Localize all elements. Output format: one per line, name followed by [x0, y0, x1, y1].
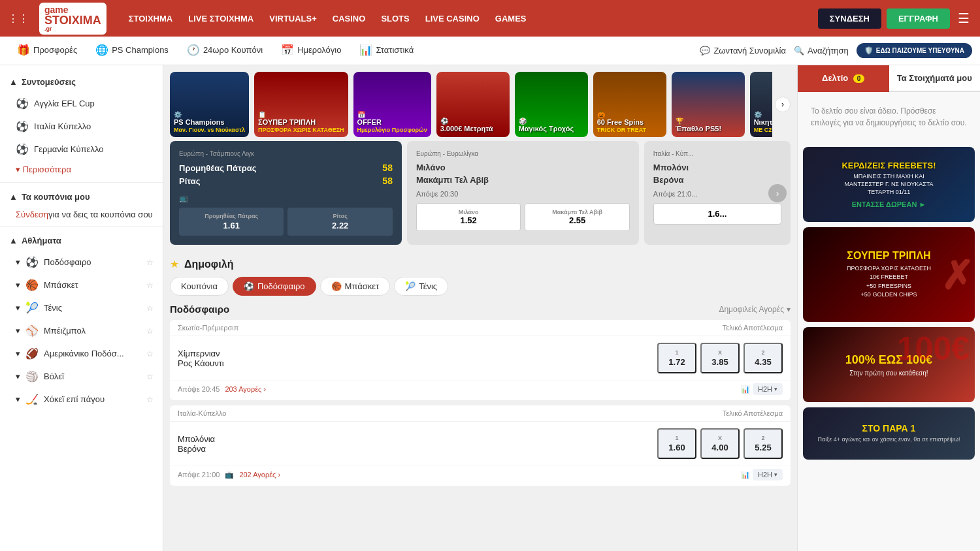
subnav-offers[interactable]: 🎁 Προσφορές [8, 37, 86, 65]
sidebar-item-american-football[interactable]: ▾ 🏈 Αμερικάνικο Ποδόσ... ☆ [0, 342, 163, 365]
shortcuts-header[interactable]: ▲ Συντομεύσεις [0, 72, 163, 92]
top-navigation: ⋮⋮ game STOIXIMA .gr ΣΤΟΙΧΗΜΑ LIVE ΣΤΟΙΧ… [0, 0, 980, 37]
live-chat-button[interactable]: 💬 Ζωντανή Συνομιλία [700, 46, 786, 55]
promo-title-2: ΣΟΥΠΕΡ ΤΡΙΠΛΗ [258, 118, 344, 127]
nav-live-casino[interactable]: LIVE CASINO [419, 10, 486, 27]
sidebar-item-hockey[interactable]: ▾ 🏒 Χόκεϊ επί πάγου ☆ [0, 388, 163, 411]
promo-card-3[interactable]: 📅 OFFER Ημερολόγιο Προσφορών [353, 72, 431, 137]
sidebar-item-basketball[interactable]: ▾ 🏀 Μπάσκετ ☆ [0, 274, 163, 296]
odd-btn-2-1[interactable]: Μιλάνο 1.52 [416, 203, 521, 231]
live-match-card-3: Ιταλία - Κύπ... Μπολόνι Βερόνα Απόψε 21:… [644, 141, 791, 245]
nav-stoixima[interactable]: ΣΤΟΙΧΗΜΑ [122, 10, 180, 27]
betslip-empty-message: Το δελτίο σου είναι άδειο. Πρόσθεσε επιλ… [798, 92, 980, 142]
odd-btn-2-2[interactable]: Μακάμπι Τελ Αβίβ 2.55 [525, 203, 629, 231]
football-icon-3: ⚽ [16, 143, 29, 155]
sidebar-item-italy-cup[interactable]: ⚽ Ιταλία Κύπελλο [0, 115, 163, 138]
main-content: ⚙️ PS Champions Μαν. Γιουν. vs Νιούκαστλ… [163, 65, 797, 551]
subnav-calendar[interactable]: 📅 Ημερολόγιο [272, 37, 350, 65]
login-button[interactable]: ΣΥΝΔΕΣΗ [818, 8, 881, 29]
promo-title-8: Νικητής Εβδομάδας [754, 118, 772, 127]
promo-icon-4: ⚽ [440, 118, 506, 125]
register-button[interactable]: ΕΓΓΡΑΦΗ [887, 8, 950, 29]
betslip-badge: 0 [853, 74, 865, 83]
more-shortcuts-link[interactable]: ▾ Περισσότερα [0, 161, 163, 178]
nav-games[interactable]: GAMES [489, 10, 533, 27]
nav-slots[interactable]: SLOTS [374, 10, 416, 27]
odds-row-1: 1 1.72 Χ 3.85 2 4.35 [657, 343, 783, 373]
nav-casino[interactable]: CASINO [326, 10, 372, 27]
tab-tennis[interactable]: 🎾 Τένις [394, 277, 448, 296]
tab-football[interactable]: ⚽ Ποδόσφαιρο [233, 277, 316, 296]
nav-live-stoixima[interactable]: LIVE ΣΤΟΙΧΗΜΑ [182, 10, 260, 27]
login-link[interactable]: Σύνδεση [16, 210, 48, 219]
sidebar-item-efl[interactable]: ⚽ Αγγλία EFL Cup [0, 92, 163, 115]
markets-link-2[interactable]: 202 Αγορές › [239, 471, 280, 479]
top-nav-right: ΣΥΝΔΕΣΗ ΕΓΓΡΑΦΗ ☰ [818, 8, 972, 29]
match-table-1: Σκωτία-Πρέμιερσιπ Τελικό Αποτέλεσμα Χίμπ… [170, 320, 791, 400]
sidebar-item-volleyball[interactable]: ▾ 🏐 Βόλεϊ ☆ [0, 365, 163, 388]
next-match-button[interactable]: › [768, 184, 787, 202]
sub-navigation: 🎁 Προσφορές 🌐 PS Champions 🕐 24ωρο Κουπό… [0, 37, 980, 65]
subnav-24coupon[interactable]: 🕐 24ωρο Κουπόνι [178, 37, 272, 65]
football-icon-2: ⚽ [16, 120, 29, 133]
promo-icon-6: 🎃 [597, 111, 662, 118]
nav-virtuals[interactable]: VIRTUALS+ [263, 10, 323, 27]
promo-card-7[interactable]: 🏆 Έπαθλο PS5! [672, 72, 745, 137]
match-row-2: Μπολόνια Βερόνα 1 1.60 Χ 4.00 2 [170, 422, 791, 466]
subnav-ps-champions[interactable]: 🌐 PS Champions [86, 37, 178, 65]
odd-btn-3-1[interactable]: 1.6... [653, 203, 781, 225]
promo-title-3: OFFER [357, 118, 427, 127]
promo-sub-1: Μαν. Γιουν. vs Νιούκαστλ [174, 127, 245, 133]
subnav-stats[interactable]: 📊 Στατιστικά [350, 37, 423, 65]
sidebar-item-baseball[interactable]: ▾ ⚾ Μπέιζμπολ ☆ [0, 319, 163, 342]
tab-coupons[interactable]: Κουπόνια [170, 277, 229, 296]
odd-btn-1-1[interactable]: Προμηθέας Πάτρας 1.61 [179, 208, 284, 236]
chevron-down-icon-tennis: ▾ [16, 303, 20, 313]
oddX-btn-1[interactable]: Χ 3.85 [700, 343, 740, 373]
team1-name-2: Μιλάνο [416, 163, 630, 172]
promo-scroll-right[interactable]: › [775, 97, 791, 112]
h2h-button-2[interactable]: H2H ▾ [753, 469, 783, 480]
sports-header[interactable]: ▲ Αθλήματα [0, 230, 163, 251]
sidebar-item-germany-cup[interactable]: ⚽ Γερμανία Κύπελλο [0, 138, 163, 161]
ad-para1[interactable]: ΣΤΟ ΠΑΡΑ 1 Παίξε 4+ αγώνες και αν χάσεις… [803, 407, 975, 460]
promo-card-1[interactable]: ⚙️ PS Champions Μαν. Γιουν. vs Νιούκαστλ [170, 72, 249, 137]
betslip-tab-mybets[interactable]: Τα Στοιχήματά μου [889, 65, 981, 92]
popular-tabs: Κουπόνια ⚽ Ποδόσφαιρο 🏀 Μπάσκετ 🎾 Τένις [170, 277, 791, 296]
logo[interactable]: game STOIXIMA .gr [39, 3, 106, 35]
tab-basketball[interactable]: 🏀 Μπάσκετ [320, 277, 391, 296]
ad-triple[interactable]: ΣΟΥΠΕΡ ΤΡΙΠΛΗ ΠΡΟΣΦΟΡΑ ΧΩΡΙΣ ΚΑΤΑΘΕΣΗ 10… [803, 227, 975, 322]
promo-card-4[interactable]: ⚽ 3.000€ Μετρητά [436, 72, 510, 137]
popular-section: ★ Δημοφιλή Κουπόνια ⚽ Ποδόσφαιρο 🏀 Μπάσκ… [163, 251, 797, 497]
ad-freebets-cta[interactable]: ΕΝΤΑΣΣΕ ΔΩΡΕΑΝ ► [841, 200, 936, 208]
stats-icon: 📊 [359, 44, 372, 56]
sidebar-item-tennis[interactable]: ▾ 🎾 Τένις ☆ [0, 296, 163, 319]
promo-card-5[interactable]: 🎲 Μαγικός Τροχός [515, 72, 588, 137]
markets-link-1[interactable]: 203 Αγορές › [225, 385, 266, 393]
odd2-btn-1[interactable]: 2 4.35 [743, 343, 783, 373]
search-button[interactable]: 🔍 Αναζήτηση [794, 46, 849, 55]
odd1-btn-2[interactable]: 1 1.60 [657, 428, 696, 459]
promo-card-6[interactable]: 🎃 60 Free Spins TRICK OR TREAT [593, 72, 666, 137]
responsible-gambling-button[interactable]: 🛡️ ΕΔΩ ΠΑΙΖΟΥΜΕ ΥΠΕΥΘΥΝΑ [857, 43, 972, 58]
betslip-tab-active[interactable]: Δελτίο 0 [798, 65, 889, 92]
my-coupons-header[interactable]: ▲ Τα κουπόνια μου [0, 187, 163, 207]
h2h-button-1[interactable]: H2H ▾ [753, 383, 783, 395]
ad-100-bonus[interactable]: 100% ΕΩΣ 100€ Στην πρώτη σου κατάθεση! 1… [803, 327, 975, 402]
promo-card-2[interactable]: 📋 ΣΟΥΠΕΡ ΤΡΙΠΛΗ ΠΡΟΣΦΟΡΑ ΧΩΡΙΣ ΚΑΤΑΘΕΣΗ [254, 72, 348, 137]
grid-icon[interactable]: ⋮⋮ [8, 12, 29, 25]
clock-icon: 🕐 [187, 44, 200, 56]
football-tab-icon: ⚽ [244, 281, 254, 291]
hamburger-icon[interactable]: ☰ [955, 8, 972, 29]
team2-pop-1: Ρος Κάουντι [178, 358, 657, 368]
gift-icon: 🎁 [17, 44, 30, 56]
odd-btn-1-2[interactable]: Ρίτας 2.22 [287, 208, 392, 236]
popular-markets-dropdown[interactable]: Δημοφιλείς Αγορές ▾ [719, 305, 791, 314]
odd1-btn-1[interactable]: 1 1.72 [657, 343, 696, 373]
ad-freebets[interactable]: ΚΕΡΔΙΖΕΙΣ FREEBETS! ΜΠΑΙΝΕΙΣ ΣΤΗ ΜΑΧΗ ΚΑ… [803, 147, 975, 222]
sidebar-item-football[interactable]: ▾ ⚽ Ποδόσφαιρο ☆ [0, 251, 163, 274]
promo-card-8[interactable]: ⚙️ Νικητής Εβδομάδας ΜΕ C27 ΚΕΡΔΙΣΕ €6.3… [750, 72, 772, 137]
odd2-btn-2[interactable]: 2 5.25 [743, 428, 783, 459]
oddX-btn-2[interactable]: Χ 4.00 [700, 428, 740, 459]
chevron-down-icon-baseball: ▾ [16, 326, 20, 336]
